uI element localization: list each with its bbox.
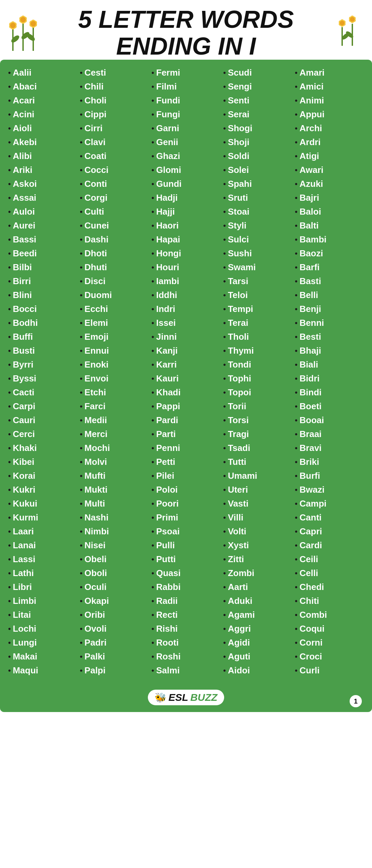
word-text: Cerci <box>13 429 35 439</box>
word-item: •Genii <box>150 135 222 149</box>
word-text: Chiti <box>299 596 319 606</box>
bullet: • <box>223 666 226 675</box>
word-item: •Askoi <box>7 177 78 191</box>
word-item: •Multi <box>78 497 150 511</box>
bullet: • <box>295 555 298 564</box>
bullet: • <box>80 194 82 202</box>
bullet: • <box>152 402 154 411</box>
word-item: •Shoji <box>222 135 293 149</box>
bullet: • <box>223 96 226 105</box>
word-text: Oribi <box>84 610 105 620</box>
word-text: Garni <box>156 123 179 134</box>
word-text: Celli <box>299 568 318 578</box>
word-text: Dhoti <box>84 248 107 259</box>
bullet: • <box>223 625 226 633</box>
word-item: •Biali <box>294 358 365 372</box>
bullet: • <box>295 625 298 633</box>
bullet: • <box>8 263 11 272</box>
word-text: Pilei <box>156 471 174 481</box>
bullet: • <box>152 82 154 91</box>
bullet: • <box>152 277 154 286</box>
word-item: •Aioli <box>7 121 78 135</box>
svg-point-32 <box>350 17 355 22</box>
bullet: • <box>295 194 298 202</box>
word-item: •Dhuti <box>78 260 150 274</box>
word-item: •Uteri <box>222 483 293 497</box>
word-item: •Baozi <box>294 246 365 260</box>
word-item: •Quasi <box>150 566 222 580</box>
bullet: • <box>80 305 82 314</box>
word-text: Dhuti <box>84 262 107 273</box>
word-item: •Celli <box>294 566 365 580</box>
bullet: • <box>152 652 154 661</box>
word-item: •Makai <box>7 650 78 664</box>
word-item: •Nisei <box>78 538 150 552</box>
bullet: • <box>223 513 226 522</box>
word-item: •Culti <box>78 205 150 219</box>
word-text: Oboli <box>84 568 107 578</box>
flower-left-decor <box>3 7 47 51</box>
word-item: •Abaci <box>7 80 78 94</box>
word-list-section: •Aalii•Abaci•Acari•Acini•Aioli•Akebi•Ali… <box>0 60 372 684</box>
word-text: Iddhi <box>156 290 177 300</box>
bullet: • <box>152 305 154 314</box>
buzz-label: BUZZ <box>190 692 217 703</box>
bullet: • <box>80 472 82 480</box>
bullet: • <box>8 388 11 397</box>
word-item: •Recti <box>150 608 222 622</box>
word-item: •Ovoli <box>78 622 150 636</box>
word-text: Croci <box>299 651 322 662</box>
word-item: •Issei <box>150 316 222 330</box>
word-text: Kanji <box>156 346 178 356</box>
bullet: • <box>80 444 82 453</box>
word-item: •Canti <box>294 511 365 525</box>
word-item: •Alibi <box>7 149 78 163</box>
word-item: •Kurmi <box>7 511 78 525</box>
bullet: • <box>8 138 11 147</box>
bullet: • <box>152 68 154 77</box>
bullet: • <box>295 82 298 91</box>
word-text: Swami <box>228 262 256 273</box>
word-text: Putti <box>156 554 176 565</box>
word-item: •Okapi <box>78 594 150 608</box>
bullet: • <box>80 180 82 189</box>
word-text: Psoai <box>156 526 180 537</box>
bullet: • <box>295 666 298 675</box>
word-text: Agami <box>228 610 255 620</box>
bullet: • <box>223 458 226 467</box>
word-text: Pulli <box>156 540 175 551</box>
word-item: •Beedi <box>7 246 78 260</box>
word-text: Boeti <box>299 401 321 412</box>
bullet: • <box>8 625 11 633</box>
bullet: • <box>223 583 226 592</box>
word-text: Jinni <box>156 332 177 342</box>
bullet: • <box>223 360 226 369</box>
word-text: Blini <box>13 290 32 300</box>
word-text: Abaci <box>13 81 37 92</box>
bullet: • <box>8 305 11 314</box>
word-text: Thymi <box>228 346 254 356</box>
word-text: Envoi <box>84 373 109 384</box>
word-text: Culti <box>84 206 104 217</box>
bullet: • <box>8 527 11 536</box>
word-text: Uteri <box>228 485 248 495</box>
word-text: Bajri <box>299 193 319 203</box>
word-item: •Padri <box>78 636 150 650</box>
bullet: • <box>295 166 298 175</box>
bullet: • <box>80 388 82 397</box>
bullet: • <box>80 138 82 147</box>
word-text: Atigi <box>299 151 319 161</box>
word-text: Duomi <box>84 290 112 300</box>
bullet: • <box>295 583 298 592</box>
word-text: Buffi <box>13 332 33 342</box>
word-text: Poori <box>156 498 179 509</box>
word-item: •Salmi <box>150 664 222 677</box>
word-text: Bidri <box>299 373 319 384</box>
word-item: •Benji <box>294 302 365 316</box>
word-item: •Ghazi <box>150 149 222 163</box>
word-text: Bindi <box>299 387 321 398</box>
bullet: • <box>8 360 11 369</box>
bullet: • <box>223 374 226 383</box>
bullet: • <box>295 513 298 522</box>
word-item: •Hajji <box>150 205 222 219</box>
